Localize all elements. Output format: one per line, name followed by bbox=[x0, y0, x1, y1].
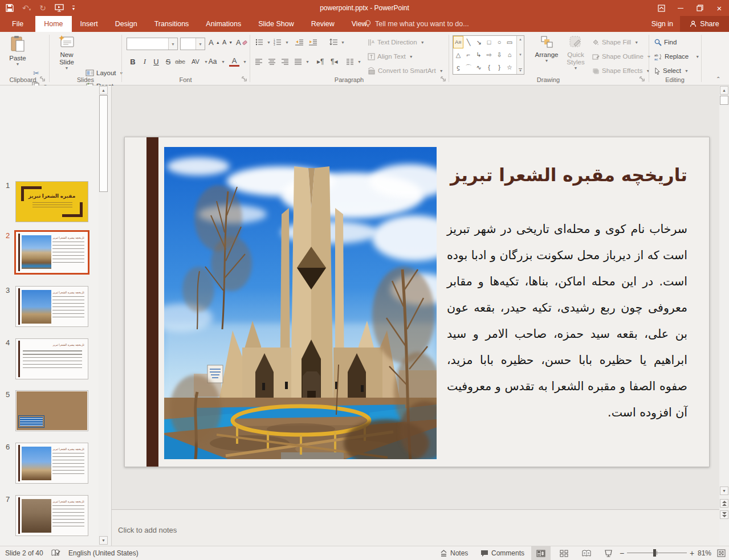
slide-title-text[interactable]: تاریخچه مقبره الشعرا تبریز bbox=[368, 165, 687, 185]
shape-star-icon[interactable]: ☆ bbox=[504, 61, 515, 73]
slide-thumbnail-1[interactable]: مقبره الشعرا تبریز bbox=[15, 181, 88, 222]
italic-button[interactable]: I bbox=[140, 56, 150, 67]
font-size-combo[interactable]: ▼ bbox=[180, 38, 205, 50]
shape-pentagon-icon[interactable]: ⌂ bbox=[504, 48, 515, 61]
restore-button[interactable] bbox=[690, 0, 710, 16]
shape-outline-button[interactable]: Shape Outline▼ bbox=[592, 51, 651, 62]
shape-oval-icon[interactable]: ○ bbox=[494, 36, 504, 48]
previous-slide-button[interactable] bbox=[720, 499, 728, 508]
tab-animations[interactable]: Animations bbox=[197, 16, 250, 32]
convert-to-smartart-button[interactable]: Convert to SmartArt▼ bbox=[368, 65, 443, 76]
next-slide-button[interactable] bbox=[720, 510, 728, 519]
notes-toggle-button[interactable]: Notes bbox=[440, 546, 468, 560]
select-button[interactable]: Select▼ bbox=[654, 65, 689, 76]
scroll-down-icon[interactable]: ▼ bbox=[720, 487, 728, 495]
shape-right-arrow-icon[interactable]: ⇨ bbox=[484, 48, 494, 61]
tell-me-box[interactable]: Tell me what you want to do... bbox=[365, 16, 469, 32]
normal-view-button[interactable] bbox=[531, 546, 551, 560]
reading-view-button[interactable] bbox=[577, 546, 596, 560]
font-size-dropdown-icon[interactable]: ▼ bbox=[196, 38, 205, 50]
bullets-button[interactable]: ▼ bbox=[255, 36, 271, 48]
zoom-slider-thumb[interactable] bbox=[653, 549, 656, 557]
tab-review[interactable]: Review bbox=[303, 16, 343, 32]
arrange-button[interactable]: Arrange ▼ bbox=[532, 35, 561, 81]
scroll-up-icon[interactable]: ▲ bbox=[720, 86, 728, 95]
shape-elbow-arrow-icon[interactable]: ↳ bbox=[474, 48, 484, 61]
collapse-ribbon-button[interactable]: ⌃ bbox=[716, 73, 720, 84]
minimize-button[interactable] bbox=[671, 0, 690, 16]
thumbnail-scroll-down-icon[interactable]: ▼ bbox=[99, 536, 108, 545]
line-spacing-button[interactable]: ▼ bbox=[329, 36, 345, 48]
tab-slideshow[interactable]: Slide Show bbox=[250, 16, 303, 32]
paragraph-dialog-launcher-icon[interactable] bbox=[441, 76, 446, 82]
clear-formatting-button[interactable]: A bbox=[236, 36, 247, 48]
change-case-button[interactable]: Aa▼ bbox=[207, 56, 225, 67]
shape-rounded-rectangle-icon[interactable]: ▭ bbox=[504, 36, 515, 48]
strikethrough-button[interactable]: S bbox=[163, 56, 173, 67]
ribbon-display-options-icon[interactable] bbox=[651, 0, 671, 16]
find-button[interactable]: Find bbox=[654, 36, 677, 48]
slide-counter[interactable]: Slide 2 of 40 bbox=[5, 546, 43, 560]
slide-sorter-view-button[interactable] bbox=[554, 546, 573, 560]
slide-thumbnail-4[interactable]: تاریخچه مقبره الشعرا تبریز bbox=[15, 338, 88, 379]
shapes-gallery-scrollbar[interactable]: ▲▼▼ bbox=[516, 36, 524, 74]
slide-scrollbar-thumb[interactable] bbox=[720, 96, 728, 105]
decrease-indent-button[interactable] bbox=[295, 36, 304, 48]
shape-down-arrow-icon[interactable]: ⇩ bbox=[494, 48, 504, 61]
increase-font-size-button[interactable]: A▲ bbox=[209, 36, 220, 48]
thumbnail-scrollbar[interactable]: ▲ ▼ bbox=[99, 85, 108, 546]
slide-thumbnail-5[interactable] bbox=[15, 390, 88, 431]
thumbnail-scrollbar-thumb[interactable] bbox=[99, 95, 108, 192]
fit-slide-to-window-button[interactable] bbox=[714, 546, 729, 560]
shape-freeform-icon[interactable]: ϛ bbox=[453, 61, 463, 73]
underline-button[interactable]: U bbox=[151, 56, 161, 67]
slide-accent-bar[interactable] bbox=[146, 137, 158, 467]
character-spacing-button[interactable]: AV▼ bbox=[190, 56, 208, 67]
numbering-button[interactable]: 123▼ bbox=[274, 36, 289, 48]
text-shadow-button[interactable]: abc bbox=[175, 56, 185, 67]
shape-left-brace-icon[interactable]: { bbox=[484, 61, 494, 73]
font-name-dropdown-icon[interactable]: ▼ bbox=[168, 38, 177, 50]
zoom-out-button[interactable]: − bbox=[620, 546, 624, 560]
paste-button[interactable]: Paste ▼ bbox=[5, 35, 31, 81]
sign-in-button[interactable]: Sign in bbox=[651, 16, 673, 32]
shape-curve-icon[interactable]: ∿ bbox=[474, 61, 484, 73]
notes-placeholder[interactable]: Click to add notes bbox=[118, 526, 177, 534]
slide-2-canvas[interactable]: تاریخچه مقبره الشعرا تبریز سرخاب نام کوی… bbox=[124, 137, 710, 467]
tab-transitions[interactable]: Transitions bbox=[146, 16, 198, 32]
thumbnail-scroll-up-icon[interactable]: ▲ bbox=[99, 86, 108, 95]
zoom-level[interactable]: 81% bbox=[698, 546, 711, 560]
slide-scrollbar[interactable]: ▲ ▼ bbox=[719, 85, 729, 546]
align-right-button[interactable] bbox=[282, 56, 289, 67]
tab-insert[interactable]: Insert bbox=[72, 16, 107, 32]
replace-button[interactable]: abac Replace▼ bbox=[654, 51, 699, 62]
share-button[interactable]: Share bbox=[680, 16, 729, 32]
drawing-dialog-launcher-icon[interactable] bbox=[640, 76, 645, 82]
slide-thumbnail-3[interactable]: تاریخچه مقبره الشعرا تبریز bbox=[15, 286, 88, 327]
shape-effects-button[interactable]: Shape Effects▼ bbox=[592, 65, 650, 76]
slideshow-view-button[interactable] bbox=[598, 546, 618, 560]
slide-body-text[interactable]: سرخاب نام کوی و محله‌ای تاریخی در شهر تب… bbox=[447, 216, 687, 426]
font-name-combo[interactable]: ▼ bbox=[127, 38, 178, 50]
tab-home[interactable]: Home bbox=[35, 16, 71, 32]
comments-toggle-button[interactable]: Comments bbox=[480, 546, 524, 560]
align-text-button[interactable]: Align Text▼ bbox=[368, 51, 413, 62]
shape-textbox-icon[interactable]: A≡ bbox=[453, 36, 463, 48]
slide-photo[interactable] bbox=[164, 147, 437, 459]
zoom-in-button[interactable]: + bbox=[690, 546, 694, 560]
increase-indent-button[interactable] bbox=[309, 36, 317, 48]
decrease-font-size-button[interactable]: A▼ bbox=[222, 36, 233, 48]
columns-button[interactable]: ▼ bbox=[347, 56, 361, 67]
shape-triangle-icon[interactable]: △ bbox=[453, 48, 463, 61]
shape-rectangle-icon[interactable]: □ bbox=[484, 36, 494, 48]
new-slide-button[interactable]: New Slide ▼ bbox=[51, 35, 82, 81]
shape-right-brace-icon[interactable]: } bbox=[494, 61, 504, 73]
shape-arc-icon[interactable]: ⌒ bbox=[463, 61, 474, 73]
rtl-direction-button[interactable]: ¶◂ bbox=[331, 56, 337, 67]
language-indicator[interactable]: English (United States) bbox=[68, 546, 139, 560]
slide-thumbnail-7[interactable]: تاریخچه مقبره الشعرا تبریز bbox=[15, 495, 88, 536]
shape-elbow-icon[interactable]: ⌐ bbox=[463, 48, 474, 61]
slide-thumbnail-2-selected[interactable]: تاریخچه مقبره الشعرا تبریز bbox=[14, 230, 89, 275]
notes-pane[interactable]: Click to add notes bbox=[112, 509, 719, 546]
bold-button[interactable]: B bbox=[128, 56, 138, 67]
